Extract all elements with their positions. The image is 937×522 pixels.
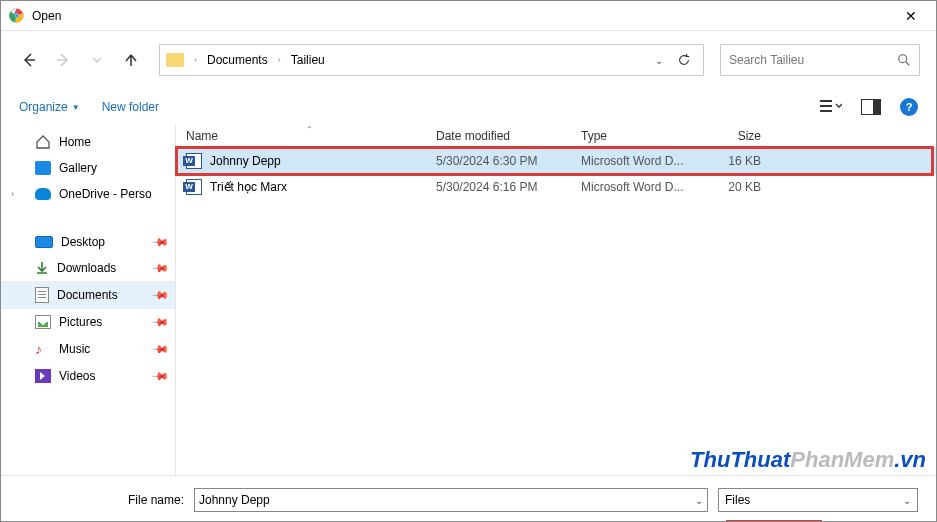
sidebar-item-gallery[interactable]: Gallery [1, 155, 175, 181]
download-icon [35, 261, 49, 275]
chevron-down-icon: ▼ [72, 103, 80, 112]
preview-pane-button[interactable] [860, 98, 882, 116]
file-list-header: Name ⌃ Date modified Type Size [176, 125, 936, 148]
sidebar-item-pictures[interactable]: Pictures 📌 [1, 309, 175, 335]
home-icon [35, 135, 51, 149]
navigation-bar: › Documents › Tailieu ⌄ Search Tailieu [1, 31, 936, 89]
search-placeholder: Search Tailieu [729, 53, 804, 67]
filename-input[interactable]: Johnny Depp ⌄ [194, 488, 708, 512]
sidebar-item-desktop[interactable]: Desktop 📌 [1, 229, 175, 255]
sidebar-item-downloads[interactable]: Downloads 📌 [1, 255, 175, 281]
svg-point-5 [899, 55, 907, 63]
window-title: Open [32, 9, 61, 23]
svg-rect-8 [820, 110, 832, 112]
gallery-icon [35, 161, 51, 175]
column-header-size[interactable]: Size [701, 129, 771, 143]
help-button[interactable]: ? [900, 98, 918, 116]
sidebar-item-label: Desktop [61, 235, 105, 249]
file-type: Microsoft Word D... [581, 180, 701, 194]
file-name: Johnny Depp [210, 154, 436, 168]
pictures-icon [35, 315, 51, 329]
word-doc-icon [186, 179, 202, 195]
pin-icon: 📌 [150, 285, 169, 304]
up-button[interactable] [119, 48, 143, 72]
breadcrumb-tailieu[interactable]: Tailieu [287, 51, 329, 69]
file-type: Microsoft Word D... [581, 154, 701, 168]
breadcrumb-documents[interactable]: Documents [203, 51, 272, 69]
sidebar-item-label: Pictures [59, 315, 102, 329]
column-header-type[interactable]: Type [581, 129, 701, 143]
refresh-button[interactable] [671, 53, 697, 67]
pin-icon: 📌 [150, 366, 169, 385]
sidebar: Home Gallery › OneDrive - Perso Desktop … [1, 125, 176, 475]
word-doc-icon [186, 153, 202, 169]
file-name: Triết học Marx [210, 180, 436, 194]
close-button[interactable]: ✕ [894, 8, 928, 24]
search-input[interactable]: Search Tailieu [720, 44, 920, 76]
sidebar-item-label: Downloads [57, 261, 116, 275]
sidebar-item-label: Documents [57, 288, 118, 302]
view-options-button[interactable] [820, 98, 842, 116]
desktop-icon [35, 236, 53, 248]
sidebar-item-onedrive[interactable]: › OneDrive - Perso [1, 181, 175, 207]
chevron-right-icon[interactable]: › [192, 55, 199, 65]
forward-button[interactable] [51, 48, 75, 72]
chevron-right-icon[interactable]: › [11, 189, 14, 199]
folder-icon [166, 53, 184, 67]
music-icon: ♪ [35, 341, 51, 357]
sidebar-item-music[interactable]: ♪ Music 📌 [1, 335, 175, 363]
file-date: 5/30/2024 6:30 PM [436, 154, 581, 168]
svg-rect-6 [820, 100, 832, 102]
file-list: Name ⌃ Date modified Type Size Johnny De… [176, 125, 936, 475]
recent-locations-button[interactable] [85, 48, 109, 72]
svg-point-4 [15, 14, 18, 17]
watermark: ThuThuatPhanMem.vn [690, 447, 926, 473]
new-folder-button[interactable]: New folder [102, 100, 159, 114]
chevron-right-icon[interactable]: › [276, 55, 283, 65]
pin-icon: 📌 [150, 312, 169, 331]
search-icon [897, 53, 911, 67]
sidebar-item-label: Gallery [59, 161, 97, 175]
file-row[interactable]: Johnny Depp 5/30/2024 6:30 PM Microsoft … [176, 148, 936, 174]
file-row[interactable]: Triết học Marx 5/30/2024 6:16 PM Microso… [176, 174, 936, 200]
sidebar-item-label: OneDrive - Perso [59, 187, 152, 201]
svg-rect-10 [873, 100, 880, 114]
sidebar-item-home[interactable]: Home [1, 129, 175, 155]
address-dropdown-button[interactable]: ⌄ [651, 55, 667, 66]
address-bar[interactable]: › Documents › Tailieu ⌄ [159, 44, 704, 76]
chevron-down-icon[interactable]: ⌄ [695, 495, 703, 506]
video-icon [35, 369, 51, 383]
back-button[interactable] [17, 48, 41, 72]
sort-indicator-icon: ⌃ [306, 125, 313, 134]
column-header-date[interactable]: Date modified [436, 129, 581, 143]
filter-label: Files [725, 493, 750, 507]
file-type-filter[interactable]: Files ⌄ [718, 488, 918, 512]
organize-button[interactable]: Organize ▼ [19, 100, 80, 114]
toolbar: Organize ▼ New folder ? [1, 89, 936, 125]
filename-label: File name: [19, 493, 184, 507]
sidebar-item-documents[interactable]: Documents 📌 [1, 281, 175, 309]
pin-icon: 📌 [150, 258, 169, 277]
sidebar-item-label: Music [59, 342, 90, 356]
file-size: 20 KB [701, 180, 771, 194]
column-header-name[interactable]: Name ⌃ [186, 129, 436, 143]
sidebar-item-label: Videos [59, 369, 95, 383]
sidebar-item-label: Home [59, 135, 91, 149]
title-bar: Open ✕ [1, 1, 936, 31]
chrome-icon [9, 8, 24, 23]
svg-rect-7 [820, 105, 832, 107]
sidebar-item-videos[interactable]: Videos 📌 [1, 363, 175, 389]
file-size: 16 KB [701, 154, 771, 168]
file-date: 5/30/2024 6:16 PM [436, 180, 581, 194]
chevron-down-icon: ⌄ [903, 495, 911, 506]
pin-icon: 📌 [150, 232, 169, 251]
filename-value: Johnny Depp [199, 493, 270, 507]
cloud-icon [35, 188, 51, 200]
document-icon [35, 287, 49, 303]
dialog-footer: File name: Johnny Depp ⌄ Files ⌄ Open Ca… [1, 475, 936, 522]
pin-icon: 📌 [150, 339, 169, 358]
